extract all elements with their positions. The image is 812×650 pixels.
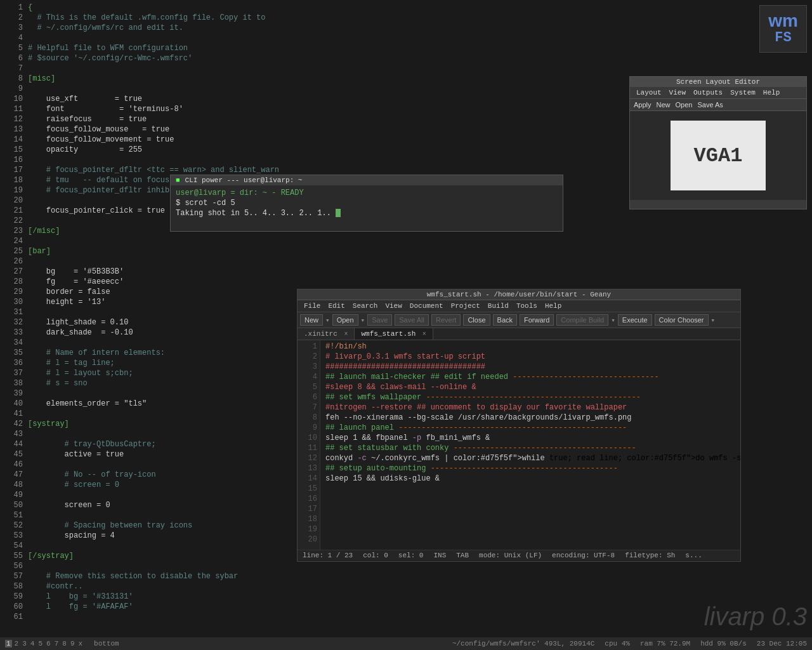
- geany-menu-help[interactable]: Help: [541, 302, 565, 310]
- code-line: 8[misc]: [5, 74, 579, 84]
- code-text: opacity = 255: [28, 145, 579, 155]
- line-number: 10: [5, 94, 23, 104]
- workspace-9[interactable]: 9: [69, 640, 76, 647]
- workspace-7[interactable]: 7: [53, 640, 60, 647]
- line-number: 1: [5, 3, 23, 13]
- workspace-2[interactable]: 2: [13, 640, 20, 647]
- line-number: 8: [5, 74, 23, 84]
- wmfsstart-close[interactable]: ×: [422, 331, 426, 338]
- geany-close-button[interactable]: Close: [463, 314, 490, 326]
- code-line: 26: [5, 256, 579, 267]
- geany-open-button[interactable]: Open: [332, 314, 358, 326]
- line-number: 45: [5, 449, 23, 460]
- geany-menu-edit[interactable]: Edit: [324, 302, 348, 310]
- workspace-5[interactable]: 5: [37, 640, 44, 647]
- geany-compile-arrow[interactable]: ▾: [611, 316, 615, 324]
- sle-menu-view[interactable]: View: [665, 88, 690, 97]
- code-line: 5# Helpful file to WFM configuration: [5, 43, 579, 53]
- geany-toolbar[interactable]: New ▾ Open ▾ Save Save All Revert Close …: [298, 312, 740, 328]
- gutter-line: 5: [298, 382, 317, 392]
- geany-menu-document[interactable]: Document: [406, 302, 447, 310]
- geany-status-encoding: encoding: UTF-8: [552, 552, 615, 559]
- code-line: 13 focus_follow_mouse = true: [5, 124, 579, 135]
- mini-term-line1: user@livarp = dir: ~ - READY: [176, 188, 558, 198]
- screen-layout-editor: Screen Layout Editor Layout View Outputs…: [629, 76, 807, 209]
- sle-menu-outputs[interactable]: Outputs: [690, 88, 726, 97]
- geany-save-all-button[interactable]: Save All: [395, 314, 429, 326]
- geany-color-chooser-button[interactable]: Color Chooser: [655, 314, 709, 326]
- geany-menubar[interactable]: File Edit Search View Document Project B…: [298, 300, 740, 312]
- geany-line: ###################################: [325, 362, 735, 372]
- geany-menu-project[interactable]: Project: [447, 302, 484, 310]
- line-number: 37: [5, 368, 23, 378]
- code-text: # This is the default .wfm.config file. …: [28, 13, 579, 23]
- line-number: 47: [5, 470, 23, 480]
- sle-menu-layout[interactable]: Layout: [632, 88, 665, 97]
- mini-terminal: ■ CLI power --- user@livarp: ~ user@liva…: [170, 175, 563, 232]
- code-line: 6# $source '~/.config/rc-Wmc-.wmfsrc': [5, 53, 579, 63]
- wmfs-logo-text: wm: [768, 12, 798, 30]
- geany-line: ## setup auto-mounting -----------------…: [325, 463, 735, 474]
- geany-menu-view[interactable]: View: [381, 302, 405, 310]
- sle-menu-system[interactable]: System: [726, 88, 759, 97]
- mini-term-line3: Taking shot in 5.. 4.. 3.. 2.. 1..: [176, 208, 558, 218]
- geany-revert-button[interactable]: Revert: [431, 314, 461, 326]
- sle-new-button[interactable]: New: [657, 101, 671, 109]
- gutter-line: 19: [298, 524, 317, 534]
- workspace-x[interactable]: x: [77, 640, 84, 647]
- geany-color-arrow[interactable]: ▾: [711, 316, 716, 324]
- geany-tabs[interactable]: .xinitrc × wmfs_start.sh ×: [298, 328, 740, 340]
- line-number: 21: [5, 206, 23, 216]
- geany-compile-button[interactable]: Compile Build: [556, 314, 608, 326]
- geany-new-button[interactable]: New: [300, 314, 323, 326]
- geany-tab-xinitrc[interactable]: .xinitrc ×: [298, 328, 355, 340]
- geany-titlebar: wmfs_start.sh - /home/user/bin/start - G…: [298, 289, 740, 300]
- geany-open-arrow[interactable]: ▾: [361, 316, 365, 324]
- geany-execute-button[interactable]: Execute: [618, 314, 652, 326]
- geany-menu-tools[interactable]: Tools: [513, 302, 541, 310]
- code-text: use_xft = true: [28, 94, 579, 104]
- line-number: 24: [5, 236, 23, 246]
- sle-titlebar: Screen Layout Editor: [630, 77, 806, 87]
- geany-forward-button[interactable]: Forward: [520, 314, 554, 326]
- bottom-bar-left: 123456789x bottom: [5, 640, 442, 647]
- workspace-4[interactable]: 4: [29, 640, 36, 647]
- sle-apply-button[interactable]: Apply: [634, 101, 652, 109]
- xinitrc-close[interactable]: ×: [344, 331, 348, 338]
- mini-term-line2: $ scrot -cd 5: [176, 198, 558, 208]
- sle-menu-help[interactable]: Help: [759, 88, 783, 97]
- geany-status-col: col: 0: [363, 552, 388, 559]
- geany-menu-build[interactable]: Build: [484, 302, 513, 310]
- geany-back-button[interactable]: Back: [493, 314, 517, 326]
- geany-line: #nitrogen --restore ## uncomment to disp…: [325, 402, 735, 413]
- bottom-bar-right: cpu 4% ram 7% 72.9M hdd 9% 0B/s 23 Dec 1…: [605, 640, 807, 647]
- workspace-6[interactable]: 6: [45, 640, 52, 647]
- code-text: [28, 155, 579, 165]
- workspace-3[interactable]: 3: [21, 640, 28, 647]
- code-text: [bar]: [28, 246, 579, 256]
- code-line: 9: [5, 84, 579, 94]
- geany-status-line: line: 1 / 23: [303, 552, 353, 559]
- geany-menu-file[interactable]: File: [300, 302, 324, 310]
- gutter-line: 10: [298, 433, 317, 443]
- code-text: [28, 561, 579, 571]
- line-number: 36: [5, 358, 23, 368]
- gutter-line: 17: [298, 504, 317, 514]
- line-number: 53: [5, 531, 23, 541]
- geany-tab-wmfsstart[interactable]: wmfs_start.sh ×: [355, 328, 433, 340]
- geany-new-arrow[interactable]: ▾: [325, 316, 330, 324]
- gutter-line: 18: [298, 514, 317, 524]
- geany-gutter: 1234567891011121314151617181920: [298, 340, 320, 550]
- workspace-1[interactable]: 1: [5, 640, 12, 647]
- geany-code-area: 1234567891011121314151617181920 #!/bin/s…: [298, 340, 740, 550]
- geany-line: ## set wmfs wallpaper ------------------…: [325, 392, 735, 402]
- geany-menu-search[interactable]: Search: [349, 302, 382, 310]
- geany-save-button[interactable]: Save: [367, 314, 392, 326]
- geany-line: ## launch panel ------------------------…: [325, 423, 735, 433]
- code-text: [28, 612, 579, 622]
- sle-save-as-button[interactable]: Save As: [697, 101, 723, 109]
- workspace-8[interactable]: 8: [61, 640, 68, 647]
- sle-open-button[interactable]: Open: [676, 101, 693, 109]
- line-number: 26: [5, 256, 23, 267]
- sle-menubar[interactable]: Layout View Outputs System Help: [630, 87, 806, 99]
